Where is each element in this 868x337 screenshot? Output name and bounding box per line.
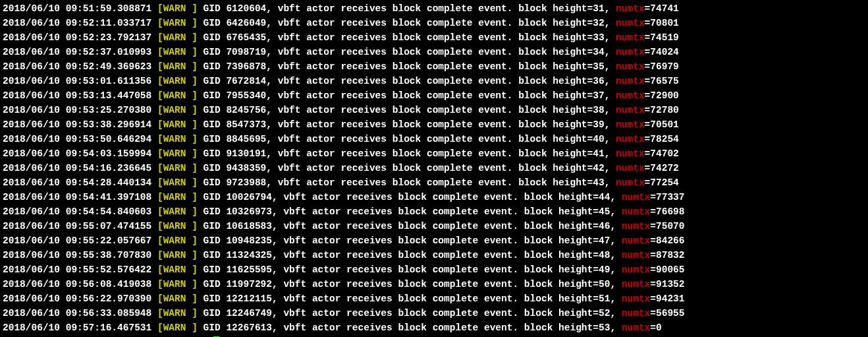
log-message: GID 7396878, vbft actor receives block c… <box>198 61 616 72</box>
log-level: [WARN ] <box>157 322 198 333</box>
log-line: 2018/06/10 09:56:22.970390 [WARN ] GID 1… <box>3 291 865 306</box>
log-line: 2018/06/10 09:54:54.840603 [WARN ] GID 1… <box>3 204 865 219</box>
log-message: GID 11997292, vbft actor receives block … <box>198 279 622 290</box>
log-line: 2018/06/10 09:55:07.474155 [WARN ] GID 1… <box>3 219 865 233</box>
numtx-label: numtx <box>622 192 651 202</box>
log-timestamp: 2018/06/10 09:55:38.707830 <box>3 250 151 260</box>
numtx-value: =77337 <box>650 192 684 202</box>
numtx-value: =74702 <box>645 148 679 159</box>
numtx-label: numtx <box>616 47 645 57</box>
numtx-label: numtx <box>616 3 645 14</box>
log-line: 2018/06/10 09:55:52.576422 [WARN ] GID 1… <box>3 262 865 277</box>
log-message: GID 6426049, vbft actor receives block c… <box>198 18 616 28</box>
numtx-label: numtx <box>622 206 651 217</box>
numtx-value: =74024 <box>645 47 679 57</box>
log-line: 2018/06/10 09:56:08.419038 [WARN ] GID 1… <box>3 277 865 291</box>
numtx-label: numtx <box>616 32 645 43</box>
log-message: GID 9438359, vbft actor receives block c… <box>198 163 616 173</box>
log-timestamp: 2018/06/10 09:54:03.159994 <box>3 148 151 159</box>
numtx-value: =72900 <box>645 90 679 101</box>
numtx-label: numtx <box>616 163 645 173</box>
log-level: [WARN ] <box>157 192 198 202</box>
numtx-value: =90065 <box>650 264 684 275</box>
numtx-label: numtx <box>622 221 651 231</box>
log-message: GID 7098719, vbft actor receives block c… <box>198 47 616 57</box>
numtx-label: numtx <box>616 76 645 86</box>
numtx-label: numtx <box>616 90 645 101</box>
log-timestamp: 2018/06/10 09:53:50.646294 <box>3 134 151 144</box>
log-level: [WARN ] <box>157 32 198 43</box>
log-message: GID 12267613, vbft actor receives block … <box>198 322 622 333</box>
log-line: 2018/06/10 09:53:25.270380 [WARN ] GID 8… <box>3 103 865 117</box>
log-line: 2018/06/10 09:52:23.792137 [WARN ] GID 6… <box>3 30 865 45</box>
numtx-label: numtx <box>622 293 651 304</box>
log-timestamp: 2018/06/10 09:55:22.057667 <box>3 235 151 246</box>
log-timestamp: 2018/06/10 09:52:49.369623 <box>3 61 151 72</box>
log-timestamp: 2018/06/10 09:53:01.611356 <box>3 76 151 86</box>
numtx-value: =84266 <box>650 235 684 246</box>
log-line: 2018/06/10 09:51:59.308871 [WARN ] GID 6… <box>3 1 865 16</box>
numtx-value: =72780 <box>645 105 679 115</box>
log-level: [WARN ] <box>157 76 198 86</box>
numtx-label: numtx <box>622 308 651 319</box>
log-level: [WARN ] <box>157 134 198 144</box>
log-timestamp: 2018/06/10 09:55:52.576422 <box>3 264 151 275</box>
log-timestamp: 2018/06/10 09:52:11.033717 <box>3 18 151 28</box>
log-level: [WARN ] <box>157 235 198 246</box>
log-message: GID 10618583, vbft actor receives block … <box>198 221 622 231</box>
log-timestamp: 2018/06/10 09:54:41.397108 <box>3 192 151 202</box>
numtx-value: =76575 <box>645 76 679 86</box>
log-line: 2018/06/10 09:53:38.296914 [WARN ] GID 8… <box>3 117 865 132</box>
log-message: GID 11625595, vbft actor receives block … <box>198 264 622 275</box>
log-message: GID 12212115, vbft actor receives block … <box>198 293 622 304</box>
log-line: 2018/06/10 09:54:41.397108 [WARN ] GID 1… <box>3 190 865 204</box>
log-message: GID 7955340, vbft actor receives block c… <box>198 90 616 101</box>
numtx-label: numtx <box>622 322 651 333</box>
numtx-value: =70501 <box>645 119 679 130</box>
log-level: [WARN ] <box>157 279 198 290</box>
log-level: [WARN ] <box>157 61 198 72</box>
log-message: GID 9723988, vbft actor receives block c… <box>198 177 616 188</box>
log-timestamp: 2018/06/10 09:55:07.474155 <box>3 221 151 231</box>
numtx-value: =77254 <box>645 177 679 188</box>
numtx-label: numtx <box>616 177 645 188</box>
numtx-value: =91352 <box>650 279 684 290</box>
log-message: GID 10948235, vbft actor receives block … <box>198 235 622 246</box>
log-timestamp: 2018/06/10 09:51:59.308871 <box>3 3 151 14</box>
log-timestamp: 2018/06/10 09:57:16.467531 <box>3 322 151 333</box>
log-line: 2018/06/10 09:54:03.159994 [WARN ] GID 9… <box>3 146 865 161</box>
numtx-label: numtx <box>616 61 645 72</box>
log-level: [WARN ] <box>157 264 198 275</box>
numtx-value: =74741 <box>645 3 679 14</box>
log-message: GID 10026794, vbft actor receives block … <box>198 192 622 202</box>
numtx-label: numtx <box>616 18 645 28</box>
log-message: GID 8547373, vbft actor receives block c… <box>198 119 616 130</box>
numtx-value: =87832 <box>650 250 684 260</box>
log-message: GID 6765435, vbft actor receives block c… <box>198 32 616 43</box>
log-level: [WARN ] <box>157 18 198 28</box>
log-line: 2018/06/10 09:55:22.057667 [WARN ] GID 1… <box>3 233 865 248</box>
log-timestamp: 2018/06/10 09:54:54.840603 <box>3 206 151 217</box>
numtx-label: numtx <box>616 134 645 144</box>
log-line: 2018/06/10 09:54:28.440134 [WARN ] GID 9… <box>3 175 865 190</box>
numtx-value: =74272 <box>645 163 679 173</box>
log-message: GID 8245756, vbft actor receives block c… <box>198 105 616 115</box>
log-level: [WARN ] <box>157 250 198 260</box>
numtx-value: =70801 <box>645 18 679 28</box>
log-timestamp: 2018/06/10 09:53:38.296914 <box>3 119 151 130</box>
numtx-value: =78254 <box>645 134 679 144</box>
log-level: [WARN ] <box>157 177 198 188</box>
log-line: 2018/06/10 09:52:49.369623 [WARN ] GID 7… <box>3 59 865 74</box>
log-line: 2018/06/10 09:53:13.447058 [WARN ] GID 7… <box>3 88 865 103</box>
log-message: GID 10326973, vbft actor receives block … <box>198 206 622 217</box>
log-level: [WARN ] <box>157 308 198 319</box>
log-level: [WARN ] <box>157 293 198 304</box>
log-level: [WARN ] <box>157 163 198 173</box>
log-line: 2018/06/10 09:56:33.085948 [WARN ] GID 1… <box>3 306 865 321</box>
log-level: [WARN ] <box>157 119 198 130</box>
log-message: GID 12246749, vbft actor receives block … <box>198 308 622 319</box>
numtx-label: numtx <box>622 279 651 290</box>
numtx-label: numtx <box>622 250 651 260</box>
log-line: 2018/06/10 09:55:38.707830 [WARN ] GID 1… <box>3 248 865 262</box>
numtx-value: =56955 <box>650 308 684 319</box>
